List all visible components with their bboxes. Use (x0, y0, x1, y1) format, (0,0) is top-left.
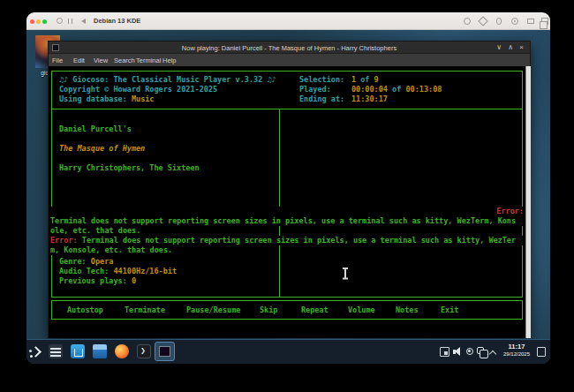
ending-label: Ending at: (299, 94, 344, 104)
konsole-icon[interactable] (137, 344, 151, 358)
capture-cursor-icon[interactable] (478, 16, 487, 26)
audio-tech-value: 44100Hz/16-bit (113, 267, 177, 275)
menu-exit[interactable]: Exit (441, 305, 458, 315)
host-titlebar: Debian 13 KDE (26, 12, 550, 30)
text-cursor-pointer (342, 268, 348, 279)
menu-view[interactable]: View (94, 57, 108, 64)
terminal-titlebar[interactable]: Now playing: Daniel Purcell - The Masque… (49, 41, 530, 54)
error-1-line-2: ole, etc. that does. (50, 226, 140, 236)
firefox-icon[interactable] (115, 344, 129, 358)
brightness-tray-icon[interactable] (466, 348, 473, 355)
close-traffic-light[interactable] (30, 19, 34, 24)
work-title: The Masque of Hymen (59, 144, 145, 154)
maximize-button[interactable]: ∧ (508, 43, 513, 51)
dolphin-file-manager-icon[interactable] (93, 344, 107, 358)
audio-tech-line: Audio Tech: 44100Hz/16-bit (59, 267, 177, 276)
played-label: Played: (299, 85, 331, 94)
clock-date: 29/12/2025 (501, 351, 532, 358)
error-2-line-1: Error: Terminal does not support reporti… (50, 236, 524, 245)
terminal-scrollbar[interactable] (525, 66, 531, 338)
composer: Daniel Purcell's (59, 124, 132, 134)
display-settings-tray-icon[interactable] (440, 347, 449, 357)
played-value: 00:00:04 of 00:13:08 (351, 85, 442, 94)
volume-tray-icon[interactable] (453, 347, 463, 357)
error-2-line-2: m, Konsole, etc. that does. (50, 245, 172, 255)
terminal-window-title: Now playing: Daniel Purcell - The Masque… (49, 44, 530, 52)
settings-sliders-icon[interactable] (49, 344, 63, 358)
menu-terminate[interactable]: Terminate (125, 305, 165, 315)
terminal-task-icon (159, 346, 170, 357)
copyright-line: Copyright © Howard Rogers 2021-2025 (59, 85, 217, 94)
column-divider (279, 109, 280, 298)
menu-edit[interactable]: Edit (73, 57, 85, 64)
expand-tray-chevron-icon[interactable] (490, 350, 496, 356)
pause-icon[interactable] (68, 19, 72, 24)
menu-volume[interactable]: Volume (348, 305, 375, 315)
ending-value: 11:30:17 (351, 94, 388, 104)
screen: Debian 13 KDE gioco Now playing: Daniel … (0, 0, 574, 392)
menu-notes[interactable]: Notes (396, 305, 419, 315)
kde-taskbar: 11:17 29/12/2025 (26, 339, 550, 364)
menu-pause-resume[interactable]: Pause/Resume (186, 305, 240, 315)
selection-value: 1 of 9 (351, 75, 379, 85)
previous-plays-line: Previous plays: 0 (59, 276, 136, 286)
camera-icon[interactable] (527, 19, 534, 24)
database-name: Music (132, 94, 155, 103)
discover-icon[interactable] (71, 344, 85, 358)
windows-icon[interactable] (541, 18, 548, 25)
error-label-1: Error: (50, 207, 524, 216)
show-desktop-button[interactable] (537, 347, 546, 357)
app-title-line: ♫♪ Giocoso: The Classical Music Player v… (59, 75, 276, 85)
host-window-title: Debian 13 KDE (94, 17, 140, 25)
display-scale-icon[interactable] (464, 18, 471, 25)
minimize-button[interactable]: ∨ (496, 43, 502, 51)
menu-terminal[interactable]: Terminal (136, 57, 161, 64)
error-1-line-1: Terminal does not support reporting scre… (50, 216, 524, 226)
kde-desktop: gioco Now playing: Daniel Purcell - The … (26, 30, 550, 364)
performers: Harry Christophers, The Sixteen (59, 163, 200, 173)
active-terminal-task-button[interactable] (155, 342, 175, 361)
menu-repeat[interactable]: Repeat (301, 305, 329, 315)
menu-file[interactable]: File (52, 57, 63, 64)
giocoso-main-box (51, 71, 523, 298)
terminal-window: Now playing: Daniel Purcell - The Masque… (48, 41, 531, 338)
close-button[interactable]: × (519, 43, 524, 51)
header-divider (51, 109, 523, 109)
taskbar-clock[interactable]: 11:17 29/12/2025 (501, 343, 532, 358)
power-icon[interactable] (57, 18, 63, 24)
menu-help[interactable]: Help (162, 57, 176, 64)
menu-search[interactable]: Search (114, 57, 135, 64)
usb-icon[interactable] (496, 18, 502, 25)
clipboard-tray-icon[interactable] (477, 347, 484, 354)
genre-line: Genre: Opera (59, 257, 113, 267)
database-line: Using database: Music (59, 94, 154, 104)
selection-label: Selection: (299, 75, 344, 85)
hide-toolbar-icon[interactable] (81, 19, 86, 24)
genre-value: Opera (91, 257, 114, 266)
network-icon[interactable] (511, 18, 518, 25)
zoom-traffic-light[interactable] (42, 19, 47, 24)
clock-time: 11:17 (501, 343, 532, 351)
menu-autostop[interactable]: Autostop (67, 305, 103, 315)
application-launcher-icon[interactable] (29, 344, 43, 358)
previous-plays-value: 0 (132, 276, 136, 285)
terminal-menubar: File Edit View Search Terminal Help (49, 54, 530, 66)
host-vm-window: Debian 13 KDE gioco Now playing: Daniel … (26, 12, 550, 364)
menu-skip[interactable]: Skip (260, 305, 277, 315)
terminal-content[interactable]: ♫♪ Giocoso: The Classical Music Player v… (49, 66, 530, 338)
minimize-traffic-light[interactable] (36, 19, 41, 24)
